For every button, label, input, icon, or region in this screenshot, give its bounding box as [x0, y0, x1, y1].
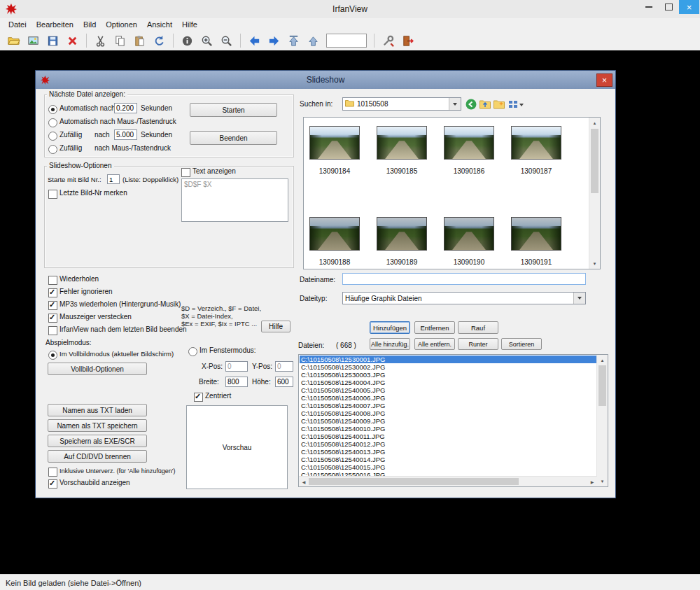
thumbnail-item[interactable]: 13090185 [377, 126, 427, 175]
file-list-item[interactable]: C:\10150508\12540006.JPG [300, 394, 597, 402]
paste-icon[interactable] [131, 32, 148, 49]
help-button[interactable]: Hilfe [261, 321, 290, 332]
scroll-up-icon[interactable]: ▲ [597, 355, 608, 365]
hide-cursor-checkbox[interactable] [48, 314, 57, 323]
filetype-combobox[interactable]: Häufige Graphik Dateien [342, 292, 586, 304]
menu-bild[interactable]: Bild [78, 20, 101, 29]
window-titlebar[interactable]: IrfanView × [0, 0, 700, 19]
load-names-txt-button[interactable]: Namen aus TXT laden [48, 404, 147, 416]
undo-icon[interactable] [150, 32, 168, 49]
repeat-checkbox[interactable] [48, 276, 57, 285]
thumbnails-icon[interactable] [24, 32, 42, 49]
random-mouse-radio[interactable] [48, 145, 57, 154]
jump-to-image-input[interactable] [326, 34, 367, 48]
fullscreen-options-button[interactable]: Vollbild-Optionen [48, 363, 147, 375]
file-list-item[interactable]: C:\10150508\12540005.JPG [300, 386, 597, 394]
add-all-button[interactable]: Alle hinzufüg. [370, 338, 410, 350]
file-list-vscrollbar[interactable]: ▲ ▼ [596, 355, 608, 486]
save-names-txt-button[interactable]: Namen als TXT speichern [48, 419, 147, 432]
repeat-mp3-checkbox[interactable] [48, 301, 57, 310]
width-input[interactable] [225, 377, 248, 387]
scroll-left-icon[interactable]: ◀ [299, 477, 309, 486]
open-folder-icon[interactable] [5, 32, 22, 49]
file-list-item[interactable]: C:\10150508\12530003.JPG [300, 371, 597, 379]
file-list-item[interactable]: C:\10150508\12540014.JPG [300, 456, 597, 463]
maximize-button[interactable] [659, 0, 679, 14]
scroll-down-icon[interactable]: ▼ [597, 476, 608, 486]
start-with-input[interactable] [107, 174, 120, 184]
file-list-item[interactable]: C:\10150508\12540004.JPG [300, 379, 597, 386]
scrollbar-thumb[interactable] [598, 365, 606, 406]
remove-all-button[interactable]: Alle entfern. [414, 338, 455, 350]
thumbnail-scrollbar[interactable]: ▲ ▼ [589, 118, 600, 269]
height-input[interactable] [275, 377, 293, 387]
new-folder-icon[interactable] [493, 98, 505, 110]
fullscreen-radio[interactable] [48, 351, 57, 360]
file-list-item[interactable]: C:\10150508\12540015.JPG [300, 463, 597, 471]
next-image-icon[interactable] [265, 32, 283, 49]
random-seconds-input[interactable] [114, 129, 137, 140]
file-list-item[interactable]: C:\10150508\12530001.JPG [300, 356, 597, 363]
folder-combobox-dropdown[interactable] [449, 98, 461, 110]
menu-bearbeiten[interactable]: Bearbeiten [31, 20, 78, 29]
end-button[interactable]: Beenden [190, 131, 277, 145]
scroll-right-icon[interactable]: ▶ [587, 477, 597, 486]
previous-image-icon[interactable] [246, 32, 263, 49]
file-list-hscrollbar[interactable]: ◀ ▶ [299, 476, 597, 486]
sort-button[interactable]: Sortieren [501, 338, 542, 350]
overlay-text-input[interactable]: $D$F $X [181, 178, 288, 222]
window-mode-radio[interactable] [188, 347, 197, 356]
minimize-button[interactable] [638, 0, 659, 14]
thumbnail-item[interactable]: 13090188 [309, 217, 360, 266]
view-menu-icon[interactable] [507, 99, 525, 111]
properties-icon[interactable] [379, 32, 397, 49]
thumbnail-item[interactable]: 13090186 [444, 126, 494, 175]
filetype-combobox-dropdown[interactable] [573, 293, 585, 304]
thumbnail-item[interactable]: 13090190 [444, 217, 494, 266]
burn-cd-dvd-button[interactable]: Auf CD/DVD brennen [48, 450, 147, 463]
back-icon[interactable] [465, 98, 477, 110]
start-button[interactable]: Starten [190, 103, 277, 117]
auto-mouse-radio[interactable] [48, 118, 57, 127]
ignore-errors-checkbox[interactable] [48, 288, 57, 297]
include-subdirs-checkbox[interactable] [48, 468, 57, 477]
remember-last-checkbox[interactable] [48, 190, 57, 199]
scrollbar-thumb[interactable] [309, 478, 519, 485]
dialog-titlebar[interactable]: Slideshow × [36, 71, 615, 89]
menu-datei[interactable]: Datei [4, 20, 31, 29]
file-list-item[interactable]: C:\10150508\12540012.JPG [300, 440, 597, 448]
auto-seconds-radio[interactable] [48, 105, 57, 114]
cut-icon[interactable] [92, 32, 109, 49]
dialog-close-button[interactable]: × [596, 73, 612, 87]
scrollbar-thumb[interactable] [591, 129, 598, 193]
remove-button[interactable]: Entfernen [414, 321, 455, 334]
add-button[interactable]: Hinzufügen [370, 321, 410, 334]
file-list-item[interactable]: C:\10150508\12530002.JPG [300, 363, 597, 371]
scroll-up-icon[interactable]: ▲ [589, 118, 600, 128]
file-list-item[interactable]: C:\10150508\12540008.JPG [300, 409, 597, 417]
show-preview-checkbox[interactable] [48, 479, 57, 489]
save-icon[interactable] [44, 32, 62, 49]
menu-optionen[interactable]: Optionen [101, 20, 142, 29]
file-list-item[interactable]: C:\10150508\12540010.JPG [300, 425, 597, 433]
folder-combobox[interactable]: 10150508 [342, 97, 461, 111]
close-after-last-checkbox[interactable] [48, 326, 57, 335]
thumbnail-item[interactable]: 13090184 [309, 126, 360, 175]
thumbnail-item[interactable]: 13090191 [511, 217, 561, 266]
zoom-out-icon[interactable] [218, 32, 235, 49]
centered-checkbox[interactable] [194, 393, 203, 402]
delete-icon[interactable] [64, 32, 81, 49]
close-button[interactable]: × [679, 0, 699, 14]
directory-up-icon[interactable] [304, 32, 322, 49]
page-up-icon[interactable] [285, 32, 302, 49]
file-list-item[interactable]: C:\10150508\12540007.JPG [300, 402, 597, 409]
random-seconds-radio[interactable] [48, 132, 57, 141]
up-folder-icon[interactable] [479, 98, 491, 110]
menu-ansicht[interactable]: Ansicht [142, 20, 177, 29]
menu-hilfe[interactable]: Hilfe [177, 20, 202, 29]
zoom-in-icon[interactable] [198, 32, 216, 49]
move-down-button[interactable]: Runter [458, 338, 498, 350]
auto-seconds-input[interactable] [114, 103, 137, 113]
copy-icon[interactable] [111, 32, 129, 49]
file-list-item[interactable]: C:\10150508\12540011.JPG [300, 433, 597, 440]
